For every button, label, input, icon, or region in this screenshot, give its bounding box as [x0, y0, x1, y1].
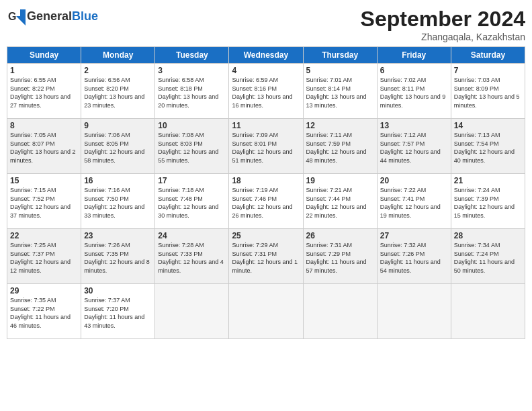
day-number: 27 — [380, 231, 448, 240]
calendar-day-cell: 1 Sunrise: 6:55 AMSunset: 8:22 PMDayligh… — [7, 64, 81, 119]
calendar-day-cell: 9 Sunrise: 7:06 AMSunset: 8:05 PMDayligh… — [81, 119, 155, 174]
calendar-day-cell: 15 Sunrise: 7:15 AMSunset: 7:52 PMDaylig… — [7, 174, 81, 229]
calendar-day-cell: 11 Sunrise: 7:09 AMSunset: 8:01 PMDaylig… — [229, 119, 303, 174]
day-info: Sunrise: 7:37 AMSunset: 7:20 PMDaylight:… — [84, 296, 152, 330]
calendar-day-cell — [155, 284, 229, 339]
calendar-day-cell: 13 Sunrise: 7:12 AMSunset: 7:57 PMDaylig… — [377, 119, 451, 174]
calendar-table: Sunday Monday Tuesday Wednesday Thursday… — [7, 46, 525, 339]
calendar-day-cell: 24 Sunrise: 7:28 AMSunset: 7:33 PMDaylig… — [155, 229, 229, 284]
calendar-day-cell: 25 Sunrise: 7:29 AMSunset: 7:31 PMDaylig… — [229, 229, 303, 284]
calendar-day-cell: 18 Sunrise: 7:19 AMSunset: 7:46 PMDaylig… — [229, 174, 303, 229]
calendar-day-cell: 17 Sunrise: 7:18 AMSunset: 7:48 PMDaylig… — [155, 174, 229, 229]
day-info: Sunrise: 7:11 AMSunset: 7:59 PMDaylight:… — [306, 131, 374, 165]
day-info: Sunrise: 7:22 AMSunset: 7:41 PMDaylight:… — [380, 186, 448, 220]
calendar-day-cell: 8 Sunrise: 7:05 AMSunset: 8:07 PMDayligh… — [7, 119, 81, 174]
day-number: 8 — [10, 121, 78, 130]
day-info: Sunrise: 6:55 AMSunset: 8:22 PMDaylight:… — [10, 76, 78, 109]
svg-text:G: G — [8, 11, 16, 22]
day-number: 29 — [10, 286, 78, 295]
calendar-day-cell: 3 Sunrise: 6:58 AMSunset: 8:18 PMDayligh… — [155, 64, 229, 119]
day-info: Sunrise: 7:09 AMSunset: 8:01 PMDaylight:… — [232, 131, 300, 165]
location: Zhangaqala, Kazakhstan — [361, 32, 525, 42]
day-number: 30 — [84, 286, 152, 295]
day-number: 2 — [84, 66, 152, 75]
calendar-day-cell — [229, 284, 303, 339]
calendar-day-cell — [303, 284, 377, 339]
day-info: Sunrise: 7:16 AMSunset: 7:50 PMDaylight:… — [84, 186, 152, 220]
day-info: Sunrise: 7:15 AMSunset: 7:52 PMDaylight:… — [10, 186, 78, 220]
calendar-week-row: 8 Sunrise: 7:05 AMSunset: 8:07 PMDayligh… — [7, 119, 525, 174]
day-info: Sunrise: 7:34 AMSunset: 7:24 PMDaylight:… — [454, 241, 522, 275]
day-number: 20 — [380, 176, 448, 185]
logo-icon: G — [7, 7, 26, 26]
day-info: Sunrise: 6:59 AMSunset: 8:16 PMDaylight:… — [232, 76, 300, 109]
calendar-day-cell: 2 Sunrise: 6:56 AMSunset: 8:20 PMDayligh… — [81, 64, 155, 119]
day-info: Sunrise: 7:32 AMSunset: 7:26 PMDaylight:… — [380, 241, 448, 275]
day-info: Sunrise: 7:26 AMSunset: 7:35 PMDaylight:… — [84, 241, 152, 275]
day-number: 10 — [158, 121, 226, 130]
calendar-day-cell — [377, 284, 451, 339]
title-block: September 2024 Zhangaqala, Kazakhstan — [361, 7, 525, 42]
day-info: Sunrise: 6:58 AMSunset: 8:18 PMDaylight:… — [158, 76, 226, 109]
day-info: Sunrise: 7:29 AMSunset: 7:31 PMDaylight:… — [232, 241, 300, 275]
col-sunday: Sunday — [7, 47, 81, 64]
calendar-day-cell: 19 Sunrise: 7:21 AMSunset: 7:44 PMDaylig… — [303, 174, 377, 229]
day-info: Sunrise: 7:02 AMSunset: 8:11 PMDaylight:… — [380, 76, 448, 109]
day-info: Sunrise: 7:24 AMSunset: 7:39 PMDaylight:… — [454, 186, 522, 220]
day-info: Sunrise: 7:19 AMSunset: 7:46 PMDaylight:… — [232, 186, 300, 220]
day-number: 22 — [10, 231, 78, 240]
page-header: G GeneralBlue September 2024 Zhangaqala,… — [7, 7, 525, 42]
day-number: 16 — [84, 176, 152, 185]
day-number: 21 — [454, 176, 522, 185]
calendar-day-cell: 22 Sunrise: 7:25 AMSunset: 7:37 PMDaylig… — [7, 229, 81, 284]
day-number: 25 — [232, 231, 300, 240]
day-info: Sunrise: 7:13 AMSunset: 7:54 PMDaylight:… — [454, 131, 522, 165]
day-info: Sunrise: 7:18 AMSunset: 7:48 PMDaylight:… — [158, 186, 226, 220]
calendar-day-cell — [451, 284, 525, 339]
day-info: Sunrise: 7:25 AMSunset: 7:37 PMDaylight:… — [10, 241, 78, 275]
day-info: Sunrise: 7:35 AMSunset: 7:22 PMDaylight:… — [10, 296, 78, 330]
day-info: Sunrise: 7:01 AMSunset: 8:14 PMDaylight:… — [306, 76, 374, 109]
col-monday: Monday — [81, 47, 155, 64]
day-number: 1 — [10, 66, 78, 75]
calendar-day-cell: 7 Sunrise: 7:03 AMSunset: 8:09 PMDayligh… — [451, 64, 525, 119]
calendar-week-row: 1 Sunrise: 6:55 AMSunset: 8:22 PMDayligh… — [7, 64, 525, 119]
day-number: 26 — [306, 231, 374, 240]
calendar-day-cell: 20 Sunrise: 7:22 AMSunset: 7:41 PMDaylig… — [377, 174, 451, 229]
day-number: 3 — [158, 66, 226, 75]
day-info: Sunrise: 7:08 AMSunset: 8:03 PMDaylight:… — [158, 131, 226, 165]
calendar-day-cell: 29 Sunrise: 7:35 AMSunset: 7:22 PMDaylig… — [7, 284, 81, 339]
col-saturday: Saturday — [451, 47, 525, 64]
day-number: 17 — [158, 176, 226, 185]
col-wednesday: Wednesday — [229, 47, 303, 64]
day-number: 19 — [306, 176, 374, 185]
calendar-day-cell: 14 Sunrise: 7:13 AMSunset: 7:54 PMDaylig… — [451, 119, 525, 174]
day-number: 7 — [454, 66, 522, 75]
calendar-day-cell: 30 Sunrise: 7:37 AMSunset: 7:20 PMDaylig… — [81, 284, 155, 339]
day-number: 23 — [84, 231, 152, 240]
day-info: Sunrise: 7:21 AMSunset: 7:44 PMDaylight:… — [306, 186, 374, 220]
calendar-header-row: Sunday Monday Tuesday Wednesday Thursday… — [7, 47, 525, 64]
calendar-day-cell: 6 Sunrise: 7:02 AMSunset: 8:11 PMDayligh… — [377, 64, 451, 119]
col-thursday: Thursday — [303, 47, 377, 64]
day-number: 14 — [454, 121, 522, 130]
day-number: 28 — [454, 231, 522, 240]
calendar-day-cell: 4 Sunrise: 6:59 AMSunset: 8:16 PMDayligh… — [229, 64, 303, 119]
calendar-day-cell: 10 Sunrise: 7:08 AMSunset: 8:03 PMDaylig… — [155, 119, 229, 174]
day-number: 9 — [84, 121, 152, 130]
day-info: Sunrise: 7:05 AMSunset: 8:07 PMDaylight:… — [10, 131, 78, 165]
col-friday: Friday — [377, 47, 451, 64]
day-number: 6 — [380, 66, 448, 75]
calendar-day-cell: 27 Sunrise: 7:32 AMSunset: 7:26 PMDaylig… — [377, 229, 451, 284]
day-info: Sunrise: 7:28 AMSunset: 7:33 PMDaylight:… — [158, 241, 226, 275]
calendar-day-cell: 12 Sunrise: 7:11 AMSunset: 7:59 PMDaylig… — [303, 119, 377, 174]
day-info: Sunrise: 7:06 AMSunset: 8:05 PMDaylight:… — [84, 131, 152, 165]
day-info: Sunrise: 7:31 AMSunset: 7:29 PMDaylight:… — [306, 241, 374, 275]
logo-blue-text: Blue — [72, 9, 98, 23]
calendar-day-cell: 26 Sunrise: 7:31 AMSunset: 7:29 PMDaylig… — [303, 229, 377, 284]
day-number: 24 — [158, 231, 226, 240]
day-number: 11 — [232, 121, 300, 130]
svg-marker-2 — [20, 9, 26, 16]
calendar-day-cell: 28 Sunrise: 7:34 AMSunset: 7:24 PMDaylig… — [451, 229, 525, 284]
calendar-day-cell: 21 Sunrise: 7:24 AMSunset: 7:39 PMDaylig… — [451, 174, 525, 229]
